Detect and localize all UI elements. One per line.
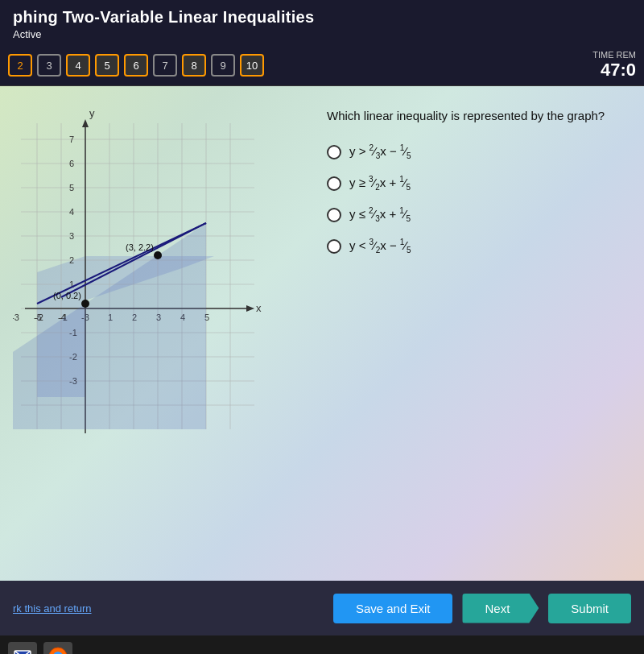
- graph-area: x y -5 -4 -3 -5 -4 -3 -2 -1 1 2 3 4 5 7 …: [13, 99, 303, 568]
- svg-text:7: 7: [69, 135, 74, 144]
- radio-a[interactable]: [327, 145, 341, 159]
- svg-text:3: 3: [69, 231, 74, 241]
- svg-text:6: 6: [69, 159, 74, 168]
- svg-text:-2: -2: [35, 313, 43, 322]
- time-value: 47:0: [592, 60, 636, 81]
- radio-c[interactable]: [327, 208, 341, 222]
- svg-text:4: 4: [69, 207, 74, 217]
- svg-text:5: 5: [69, 183, 74, 192]
- nav-item-3[interactable]: 3: [37, 54, 61, 77]
- header: phing Two-Variable Linear Inequalities A…: [0, 0, 644, 45]
- radio-d[interactable]: [327, 239, 341, 254]
- coordinate-graph: x y -5 -4 -3 -5 -4 -3 -2 -1 1 2 3 4 5 7 …: [13, 99, 287, 437]
- option-a-text: y > 2⁄3x − 1⁄5: [349, 143, 411, 160]
- svg-text:-3: -3: [13, 313, 19, 322]
- svg-marker-26: [246, 305, 254, 312]
- submit-button[interactable]: Submit: [548, 594, 631, 623]
- option-a[interactable]: y > 2⁄3x − 1⁄5: [327, 143, 623, 160]
- option-d-text: y < 3⁄2x − 1⁄5: [349, 238, 411, 255]
- svg-text:x: x: [256, 302, 262, 314]
- option-c[interactable]: y ≤ 2⁄3x + 1⁄5: [327, 206, 623, 223]
- nav-item-8[interactable]: 8: [182, 54, 206, 77]
- timer: TIME REM 47:0: [592, 50, 636, 81]
- footer: rk this and return Save and Exit Next Su…: [0, 581, 644, 635]
- option-b[interactable]: y ≥ 3⁄2x + 1⁄5: [327, 175, 623, 192]
- option-c-text: y ≤ 2⁄3x + 1⁄5: [349, 206, 411, 223]
- time-label: TIME REM: [592, 50, 636, 60]
- svg-point-56: [81, 300, 89, 308]
- page-title: phing Two-Variable Linear Inequalities: [13, 8, 631, 27]
- nav-item-4[interactable]: 4: [66, 54, 90, 77]
- nav-item-6[interactable]: 6: [124, 54, 148, 77]
- options-list: y > 2⁄3x − 1⁄5 y ≥ 3⁄2x + 1⁄5 y ≤ 2⁄3x +…: [327, 143, 623, 255]
- svg-text:2: 2: [69, 255, 74, 265]
- question-text: Which linear inequality is represented b…: [327, 107, 623, 124]
- nav-item-9[interactable]: 9: [211, 54, 235, 77]
- svg-text:(3, 2.2): (3, 2.2): [126, 242, 154, 252]
- nav-bar: 2 3 4 5 6 7 8 9 10 TIME REM 47:0: [0, 45, 644, 86]
- option-d[interactable]: y < 3⁄2x − 1⁄5: [327, 238, 623, 255]
- nav-item-5[interactable]: 5: [95, 54, 119, 77]
- mark-return-link[interactable]: rk this and return: [13, 602, 324, 615]
- taskbar-mail-icon[interactable]: [8, 642, 37, 654]
- question-area: Which linear inequality is represented b…: [319, 99, 631, 568]
- svg-marker-27: [82, 119, 89, 127]
- status-badge: Active: [13, 28, 631, 40]
- svg-text:y: y: [89, 107, 95, 119]
- nav-item-10[interactable]: 10: [240, 54, 264, 77]
- radio-b[interactable]: [327, 176, 341, 191]
- taskbar-browser-icon[interactable]: [43, 642, 72, 654]
- svg-text:(0, 0.2): (0, 0.2): [53, 291, 81, 300]
- taskbar: [0, 635, 644, 654]
- next-button[interactable]: Next: [462, 594, 539, 623]
- option-b-text: y ≥ 3⁄2x + 1⁄5: [349, 175, 411, 192]
- main-content: x y -5 -4 -3 -5 -4 -3 -2 -1 1 2 3 4 5 7 …: [0, 86, 644, 581]
- nav-item-7[interactable]: 7: [153, 54, 177, 77]
- svg-point-58: [154, 251, 162, 259]
- nav-item-2[interactable]: 2: [8, 54, 32, 77]
- save-exit-button[interactable]: Save and Exit: [333, 594, 453, 623]
